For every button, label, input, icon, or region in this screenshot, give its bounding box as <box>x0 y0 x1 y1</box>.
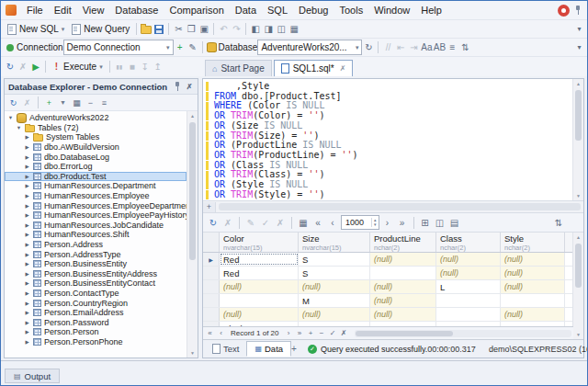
tab-start-page[interactable]: ⌂ Start Page <box>205 60 272 76</box>
scroll-up-icon[interactable]: ▲ <box>576 233 581 242</box>
tab-sql1[interactable]: SQL1.sql* ✗ <box>274 60 354 76</box>
find-button[interactable]: ⇅ <box>552 216 565 229</box>
paste-button[interactable]: ▣ <box>198 23 210 36</box>
grid-mode-button[interactable]: ▦ <box>297 216 310 229</box>
expander-icon[interactable]: ▶ <box>24 212 30 218</box>
add-result-tab-button[interactable]: + <box>291 342 297 357</box>
cell[interactable]: (null) <box>299 308 370 321</box>
cell[interactable]: (null) <box>370 308 436 321</box>
explorer-options-button[interactable]: ≡ <box>98 96 110 108</box>
expander-icon[interactable]: ▶ <box>24 310 30 315</box>
pause-button[interactable]: ▮▮ <box>113 61 126 74</box>
cell[interactable]: (null) <box>299 280 370 293</box>
row-header[interactable] <box>203 280 220 293</box>
cell[interactable]: (null) <box>501 280 565 293</box>
menu-window[interactable]: Window <box>368 4 415 17</box>
table-row[interactable]: (null)(null)(null)L(null) <box>203 280 572 294</box>
copy-button[interactable]: ❐ <box>185 23 198 36</box>
table-row[interactable]: RedS(null)(null) <box>203 267 572 280</box>
code-lines[interactable]: ,StyleFROM dbo.[Product.Test]WHERE (Colo… <box>203 79 572 200</box>
layout-right-button[interactable]: ◨ <box>262 23 275 36</box>
format-menu-button[interactable]: ≡ <box>446 41 458 54</box>
commit-button[interactable]: ✓ <box>259 216 272 229</box>
pin-icon[interactable] <box>174 81 181 92</box>
new-query-button[interactable]: New Query <box>68 23 133 36</box>
menu-view[interactable]: View <box>77 4 110 17</box>
indent-button[interactable]: ⇥ <box>407 41 420 54</box>
column-header-productline[interactable]: ProductLinenchar(2) <box>370 233 436 252</box>
expander-icon[interactable]: ▶ <box>24 203 30 209</box>
cancel-edit-button[interactable]: ✗ <box>338 328 348 338</box>
tree-item[interactable]: ▶Person.PersonPhone <box>5 337 187 347</box>
cell[interactable]: (null) <box>220 280 299 293</box>
scroll-thumb[interactable] <box>575 244 582 288</box>
expander-icon[interactable]: ▼ <box>7 115 14 120</box>
explorer-new-button[interactable]: + <box>43 96 55 108</box>
grid-scrollbar[interactable]: ▲ ▼ <box>572 233 583 339</box>
expander-icon[interactable]: ▶ <box>24 232 30 237</box>
cell[interactable]: (null) <box>501 253 565 266</box>
edit-row-button[interactable]: ✎ <box>244 216 257 229</box>
menu-tools[interactable]: Tools <box>334 4 368 17</box>
expander-icon[interactable]: ▶ <box>24 164 30 169</box>
sort-button[interactable]: ⇅ <box>458 41 471 54</box>
cell[interactable] <box>370 267 436 279</box>
step-into-button[interactable]: ↧ <box>139 61 152 74</box>
tree-item[interactable]: ▶dbo.ErrorLog <box>5 162 187 172</box>
column-header-class[interactable]: Classnchar(2) <box>436 233 501 252</box>
edit-connection-button[interactable]: ✎ <box>187 41 199 54</box>
tree-item[interactable]: ▼AdventureWorks2022 <box>5 113 187 123</box>
row-header[interactable] <box>203 267 220 279</box>
execute-button[interactable]: ! Execute ▾ <box>49 60 107 74</box>
explorer-view-button[interactable]: ▦ <box>71 96 83 108</box>
expander-icon[interactable]: ▶ <box>24 183 30 188</box>
layout-split-button[interactable]: ◫ <box>275 23 288 36</box>
scroll-up-icon[interactable]: ▲ <box>576 79 581 88</box>
cell[interactable]: S <box>299 253 370 266</box>
last-page-button[interactable]: » <box>396 216 409 229</box>
column-header-color[interactable]: Colornvarchar(15) <box>220 233 299 252</box>
menu-sql[interactable]: SQL <box>262 4 293 17</box>
tree-item[interactable]: ▶HumanResources.Shift <box>5 230 187 240</box>
tab-output[interactable]: ▤ Output <box>5 369 60 383</box>
table-row[interactable]: (null)(null)(null)(null) <box>203 308 572 322</box>
first-page-button[interactable]: « <box>311 216 324 229</box>
view-rows-button[interactable]: ▤ <box>448 216 461 229</box>
redo-button[interactable]: ↷ <box>230 23 243 36</box>
new-sql-button[interactable]: New SQL ▾ <box>4 23 68 36</box>
tree-item[interactable]: ▶HumanResources.EmployeePayHistory <box>5 210 187 221</box>
hscroll-thumb[interactable] <box>356 331 453 336</box>
tree-item[interactable]: ▶Person.Address <box>5 240 187 250</box>
hscroll-thumb[interactable] <box>219 203 581 210</box>
tree-item[interactable]: ▶dbo.Product.Test <box>5 172 187 182</box>
step-out-button[interactable]: ↥ <box>152 61 164 74</box>
expander-icon[interactable]: ▶ <box>24 174 30 179</box>
row-header[interactable]: ▶ <box>203 253 220 266</box>
pin-icon[interactable] <box>574 5 582 16</box>
tree-item[interactable]: ▶Person.AddressType <box>5 249 187 259</box>
expander-icon[interactable]: ▶ <box>24 154 30 160</box>
scroll-thumb[interactable] <box>575 90 582 141</box>
tree-item[interactable]: ▶HumanResources.EmployeeDepartmentHistor… <box>5 200 187 210</box>
cell[interactable]: (null) <box>501 267 565 279</box>
connection-select[interactable]: Demo Connection ▾ <box>63 40 174 55</box>
cell[interactable]: (null) <box>436 253 501 266</box>
row-header[interactable] <box>203 308 220 321</box>
first-record-button[interactable]: « <box>205 328 215 338</box>
expander-icon[interactable]: ▶ <box>24 193 30 199</box>
close-icon[interactable]: ✗ <box>340 64 346 73</box>
close-panel-button[interactable]: ✗ <box>185 82 194 91</box>
select-all-corner[interactable] <box>203 233 220 252</box>
last-record-button[interactable]: » <box>294 328 304 338</box>
expander-icon[interactable]: ▶ <box>24 134 30 140</box>
post-edit-button[interactable]: ✓ <box>327 328 337 338</box>
tree-item[interactable]: ▶dbo.AWBuildVersion <box>5 142 187 153</box>
refresh-databases-button[interactable]: ↻ <box>362 41 375 54</box>
expander-icon[interactable]: ▶ <box>24 290 30 296</box>
tree-item[interactable]: ▶Person.ContactType <box>5 289 187 299</box>
expander-icon[interactable]: ▶ <box>24 144 30 150</box>
rollback-button[interactable]: ✗ <box>274 216 287 229</box>
view-card-button[interactable]: ◫ <box>434 216 447 229</box>
explorer-refresh-button[interactable]: ↻ <box>7 96 19 108</box>
cut-button[interactable]: ✂ <box>172 23 185 36</box>
